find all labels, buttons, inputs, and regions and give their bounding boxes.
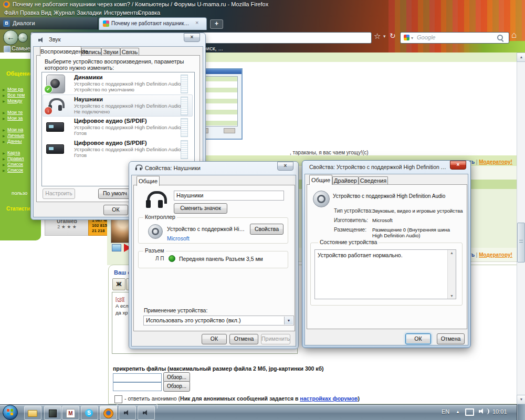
new-tab-button[interactable]: + [210, 19, 223, 29]
network-icon-stand [467, 415, 472, 416]
menu-help[interactable]: Справка [138, 9, 160, 16]
counter-value-1: 102 815 [92, 223, 107, 228]
bookmark-star-icon[interactable]: ☆ [374, 32, 381, 41]
level-meter [181, 140, 188, 159]
win-flag-tl [7, 409, 9, 412]
scroll-up-icon[interactable]: ▲ [448, 251, 456, 255]
taskbar-skype-button[interactable]: S [81, 406, 98, 420]
separator-2: | [476, 252, 478, 258]
hd-audio-properties-dialog: Свойства: Устройство с поддержкой High D… [302, 160, 471, 348]
file-input-1[interactable] [113, 373, 162, 382]
start-button[interactable] [3, 405, 18, 420]
hp-ok-button[interactable]: ОК [202, 334, 227, 344]
draft-line-1: А есл [116, 303, 129, 309]
image-attachment-icon[interactable] [112, 244, 121, 251]
taskbar-app-button[interactable] [44, 406, 61, 420]
tab-dialogs[interactable]: В Диалоги [0, 17, 98, 29]
most-visited-icon [4, 46, 10, 52]
device-spdif-1[interactable]: Цифровое аудио (S/PDIF) Устройство с под… [43, 117, 193, 138]
star-dropdown-icon[interactable]: ▾ [383, 34, 386, 39]
device-usage-dropdown[interactable]: Использовать это устройство (вкл.) ▼ [143, 316, 294, 326]
reload-icon[interactable]: ↻ [390, 32, 396, 40]
hd-cancel-button[interactable]: Отмена [437, 333, 465, 344]
device-status-textarea[interactable]: Устройство работает нормально. ▲ ▼ [314, 249, 456, 299]
device-headphones[interactable]: ↓ Наушники Устройство с поддержкой High … [43, 94, 193, 117]
hd-device-name: Устройство с поддержкой High Definition … [333, 193, 445, 199]
device-desc: Устройство с поддержкой High Definition … [74, 124, 181, 130]
taskbar-sound-window-button-2[interactable] [138, 406, 155, 420]
sidebar-item-7[interactable]: ▶ Данны [3, 135, 22, 145]
jack-connected-icon [169, 255, 175, 262]
controller-group-label: Контроллер [143, 214, 177, 220]
mds-icon: M [66, 409, 75, 418]
sidebar-item-2[interactable]: ▶ Между [3, 95, 22, 104]
app-icon [49, 410, 57, 417]
moderator-link-2[interactable]: Модератору! [479, 252, 512, 258]
device-type-value: Звуковые, видео и игровые устройства [372, 208, 463, 214]
taskbar-firefox-button[interactable] [100, 406, 117, 420]
status-text: Устройство работает нормально. [318, 252, 403, 258]
show-desktop-button[interactable] [517, 404, 525, 420]
hp-apply-button[interactable]: Применить [261, 334, 290, 344]
home-icon[interactable]: ⌂ [511, 30, 517, 40]
firefox-icon [103, 408, 113, 418]
taskbar-explorer-button[interactable] [24, 406, 41, 420]
forum-settings-link[interactable]: настройках форумов [300, 395, 358, 402]
scroll-down-icon[interactable]: ▼ [448, 294, 456, 298]
menu-edit[interactable]: Правка [20, 9, 39, 16]
change-icon-button[interactable]: Сменить значок [174, 203, 227, 214]
post-quote-text: , тараканы, я вас чаем угощу!(с) [290, 150, 369, 155]
anonymous-label: - ответить анонимно (Ник для анонимных с… [124, 395, 360, 402]
hp-cancel-button[interactable]: Отмена [229, 334, 258, 344]
taskbar-sound-window-button[interactable] [119, 406, 136, 420]
thumb-grip [519, 240, 523, 243]
tab-close-icon[interactable]: × [195, 19, 198, 26]
language-indicator[interactable]: EN [442, 408, 449, 415]
hd-ok-button[interactable]: ОК [405, 333, 431, 344]
menu-tools[interactable]: Инструменты [104, 9, 140, 16]
anonymous-checkbox[interactable] [114, 395, 122, 403]
device-name-field[interactable]: Наушники [174, 191, 284, 201]
clock[interactable]: 10:01 [492, 408, 507, 415]
scrollbar-up-arrow[interactable]: ▲ [517, 52, 525, 62]
configure-button[interactable]: Настроить [43, 188, 75, 199]
status-scrollbar[interactable]: ▲ ▼ [447, 250, 456, 299]
level-meter [181, 118, 188, 137]
dialogs-tab-label: Диалоги [13, 20, 35, 26]
close-icon[interactable]: × [450, 161, 466, 170]
tab-driver[interactable]: Драйвер [332, 176, 359, 185]
sidebar-users-text: пользо [12, 190, 27, 196]
tab-details[interactable]: Сведения [359, 176, 388, 185]
device-spdif-2[interactable]: Цифровое аудио (S/PDIF) Устройство с под… [43, 139, 193, 160]
vendor-link[interactable]: Microsoft [167, 235, 190, 242]
menu-file[interactable]: Файл [4, 9, 18, 16]
forward-button[interactable]: → [18, 33, 28, 43]
tray-expand-icon[interactable]: ▲ [456, 410, 460, 414]
bold-button[interactable]: Ж [112, 278, 125, 290]
menu-view[interactable]: Вид [41, 9, 51, 16]
controller-properties-button[interactable]: Свойства [250, 224, 284, 235]
close-icon[interactable]: × [184, 33, 200, 42]
search-engine-dropdown-icon[interactable]: ▾ [411, 36, 413, 40]
device-usage-label: Применение устройства: [144, 307, 207, 313]
moderator-link[interactable]: Модератору! [479, 159, 512, 165]
file-input-2[interactable] [113, 382, 162, 391]
search-bar[interactable]: ▾ Google [400, 32, 509, 44]
tab-general[interactable]: Общие [136, 176, 160, 186]
sidebar-item-11[interactable]: ▶ Список [3, 164, 23, 174]
tab-current-page[interactable]: Почему не работают наушники че... × [99, 17, 207, 30]
menu-bookmarks[interactable]: Закладки [77, 9, 102, 16]
menu-history[interactable]: Журнал [54, 9, 75, 16]
tab-general[interactable]: Общие [309, 175, 332, 185]
device-speakers[interactable]: ✓ Динамики Устройство с поддержкой High … [43, 73, 193, 94]
back-button[interactable]: ← [3, 30, 18, 45]
taskbar-mds-button[interactable]: M [62, 406, 79, 420]
close-icon[interactable]: × [277, 162, 293, 171]
tab-playback[interactable]: Воспроизведение [40, 46, 81, 56]
browse-button-2[interactable]: Обзор... [163, 381, 190, 392]
scrollbar-thumb[interactable] [517, 223, 525, 262]
scrollbar-down-arrow[interactable]: ▼ [517, 395, 525, 404]
sidebar-item-4[interactable]: ▶ Мои за [3, 112, 23, 122]
sound-ok-button[interactable]: ОК [103, 205, 128, 215]
chevron-down-icon[interactable]: ▼ [284, 317, 293, 324]
